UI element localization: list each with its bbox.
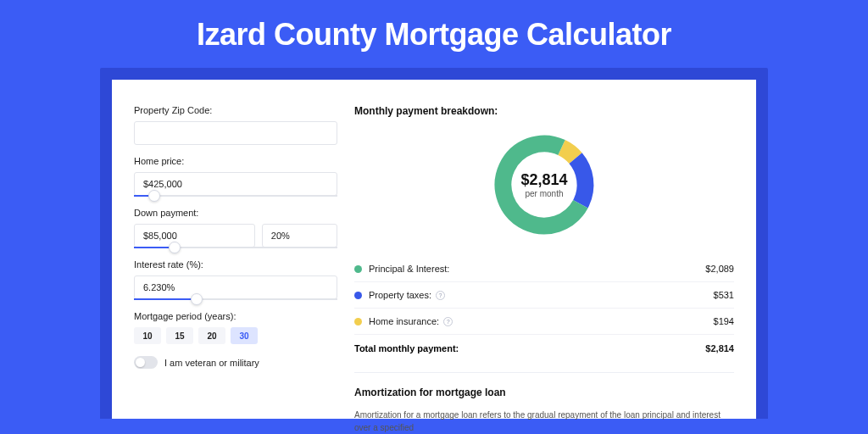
veteran-label: I am veteran or military: [164, 358, 259, 368]
legend-row: Property taxes:?$531: [354, 282, 734, 309]
donut-chart: $2,814 per month: [490, 131, 598, 239]
info-icon[interactable]: ?: [443, 317, 453, 326]
down-payment-slider[interactable]: [134, 247, 337, 248]
down-payment-pct-input[interactable]: [262, 224, 337, 248]
donut-wrap: $2,814 per month: [354, 131, 734, 239]
interest-label: Interest rate (%):: [134, 259, 337, 270]
legend: Principal & Interest:$2,089Property taxe…: [354, 256, 734, 334]
amortization-section: Amortization for mortgage loan Amortizat…: [354, 372, 734, 434]
legend-value: $531: [714, 290, 734, 300]
down-payment-group: Down payment:: [134, 208, 337, 248]
calculator-card: Property Zip Code: Home price: Down paym…: [112, 80, 756, 419]
total-row: Total monthly payment: $2,814: [354, 334, 734, 362]
period-btn-15[interactable]: 15: [166, 327, 193, 344]
legend-label: Principal & Interest:: [369, 264, 449, 274]
toggle-knob: [136, 358, 145, 367]
info-icon[interactable]: ?: [436, 291, 445, 300]
amortization-text: Amortization for a mortgage loan refers …: [354, 409, 734, 434]
page-title: Izard County Mortgage Calculator: [0, 0, 868, 68]
slider-thumb[interactable]: [148, 190, 160, 202]
slider-fill: [134, 298, 197, 300]
legend-value: $194: [714, 316, 734, 326]
period-label: Mortgage period (years):: [134, 311, 337, 321]
card-outer: Property Zip Code: Home price: Down paym…: [100, 68, 768, 419]
breakdown-column: Monthly payment breakdown: $2,814 per mo…: [354, 105, 734, 419]
total-value: $2,814: [705, 343, 734, 353]
veteran-toggle[interactable]: [134, 356, 158, 369]
home-price-slider[interactable]: [134, 195, 337, 197]
interest-group: Interest rate (%):: [134, 259, 337, 300]
zip-label: Property Zip Code:: [134, 105, 337, 115]
legend-row: Home insurance:?$194: [354, 309, 734, 334]
period-btn-20[interactable]: 20: [198, 327, 225, 344]
zip-input[interactable]: [134, 121, 337, 145]
legend-swatch: [354, 318, 362, 326]
interest-input[interactable]: [134, 275, 337, 299]
slider-thumb[interactable]: [169, 242, 181, 253]
zip-group: Property Zip Code:: [134, 105, 337, 145]
legend-swatch: [354, 265, 362, 273]
form-column: Property Zip Code: Home price: Down paym…: [134, 105, 337, 419]
down-payment-label: Down payment:: [134, 208, 337, 218]
period-btn-30[interactable]: 30: [231, 327, 258, 344]
veteran-row: I am veteran or military: [134, 356, 337, 369]
legend-value: $2,089: [705, 264, 734, 274]
total-label: Total monthly payment:: [354, 343, 459, 353]
breakdown-title: Monthly payment breakdown:: [354, 105, 734, 117]
home-price-input[interactable]: [134, 172, 337, 196]
home-price-group: Home price:: [134, 156, 337, 197]
down-payment-input[interactable]: [134, 224, 255, 248]
legend-label: Property taxes:: [369, 290, 431, 300]
home-price-label: Home price:: [134, 156, 337, 166]
interest-slider[interactable]: [134, 298, 337, 300]
period-group: Mortgage period (years): 10152030: [134, 311, 337, 344]
donut-center-value: $2,814: [520, 171, 567, 189]
period-btn-10[interactable]: 10: [134, 327, 161, 344]
legend-label: Home insurance:: [369, 316, 439, 326]
legend-swatch: [354, 292, 362, 299]
slider-thumb[interactable]: [191, 293, 203, 305]
donut-center-sub: per month: [525, 189, 563, 198]
period-buttons: 10152030: [134, 327, 337, 344]
legend-row: Principal & Interest:$2,089: [354, 256, 734, 282]
amortization-title: Amortization for mortgage loan: [354, 387, 734, 398]
